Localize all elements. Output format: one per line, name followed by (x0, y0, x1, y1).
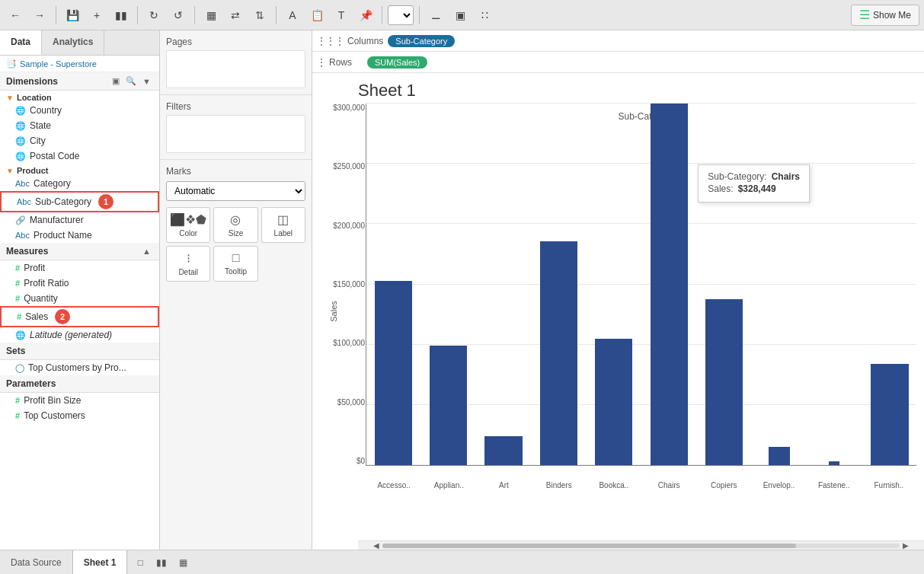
tab-data[interactable]: Data (0, 30, 42, 55)
x-label-appliances: Applian.. (421, 481, 476, 489)
grid-line-4 (366, 223, 916, 224)
columns-shelf-icon: ⋮⋮⋮ (317, 36, 344, 46)
bar-fasteners[interactable] (829, 461, 839, 465)
show-me-button[interactable]: ☰ Show Me (851, 5, 919, 26)
bar-bookcases[interactable] (595, 339, 632, 465)
scroll-right-arrow[interactable]: ▶ (903, 541, 909, 550)
x-label-fasteners: Fastene.. (807, 481, 862, 489)
save-button[interactable]: 💾 (62, 5, 83, 26)
marks-color-button[interactable]: ⬛❖⬟ Color (166, 207, 210, 243)
field-profit[interactable]: # Profit (0, 260, 159, 276)
view-dropdown[interactable]: Standard (388, 5, 414, 25)
measures-collapse-btn[interactable]: ▲ (140, 246, 153, 257)
columns-label: ⋮⋮⋮ Columns (317, 36, 383, 46)
x-label-bookcases: Bookcа.. (587, 481, 641, 489)
duplicate-sheet-btn[interactable]: ▮▮ (152, 554, 171, 571)
bar-group-envelopes (753, 104, 806, 465)
field-manufacturer[interactable]: 🔗 Manufacturer (0, 212, 159, 228)
measures-section-header: Measures ▲ (0, 243, 159, 260)
rows-pill[interactable]: SUM(Sales) (367, 56, 427, 69)
bar-furnishings[interactable] (871, 364, 908, 465)
dimensions-grid-btn[interactable]: ▣ (110, 75, 122, 87)
separator-4 (276, 6, 277, 24)
field-country[interactable]: 🌐 Country (0, 103, 159, 118)
label-button[interactable]: A (282, 5, 303, 26)
marks-tooltip-button[interactable]: □ Tooltip (213, 246, 257, 282)
bar-group-appliances (421, 104, 475, 465)
new-dashboard-btn[interactable]: ▦ (173, 554, 193, 571)
marks-label-button[interactable]: ◫ Label (261, 207, 305, 243)
label-mark-icon: ◫ (277, 212, 289, 227)
new-button[interactable]: + (86, 5, 107, 26)
field-top-customers-param[interactable]: # Top Customers (0, 408, 159, 423)
tooltip-mark-icon: □ (232, 251, 240, 265)
back-button[interactable]: ← (5, 5, 26, 26)
state-globe-icon: 🌐 (15, 121, 26, 131)
marks-detail-button[interactable]: ⁝ Detail (166, 246, 210, 282)
x-label-art: Art (476, 481, 531, 489)
bar-envelopes[interactable] (769, 447, 790, 465)
bar-art[interactable] (484, 436, 522, 465)
rows-shelf: ⋮ Rows SUM(Sales) (312, 52, 924, 73)
tab-data-source[interactable]: Data Source (0, 550, 73, 574)
field-latitude[interactable]: 🌐 Latitude (generated) (0, 327, 159, 343)
tab-sheet1[interactable]: Sheet 1 (73, 550, 128, 574)
bar-copiers[interactable] (705, 299, 743, 466)
columns-pill[interactable]: Sub-Category (388, 35, 455, 47)
highlight-button[interactable]: T (331, 5, 352, 26)
manufacturer-link-icon: 🔗 (15, 215, 26, 225)
dimensions-more-btn[interactable]: ▼ (140, 75, 153, 87)
x-axis-labels: Accesso.. Applian.. Art Binders Bookcа..… (366, 481, 916, 489)
field-quantity[interactable]: # Quantity (0, 291, 159, 306)
field-sales[interactable]: # Sales 2 (0, 306, 159, 327)
pin-button[interactable]: 📌 (355, 5, 376, 26)
scrollbar-track[interactable] (382, 544, 900, 548)
chart-area: ⋮⋮⋮ Columns Sub-Category ⋮ Rows SUM(Sale… (312, 30, 924, 550)
bar-chairs[interactable] (651, 104, 688, 465)
dimensions-search-btn[interactable]: 🔍 (123, 75, 139, 87)
sub-category-abc-icon: Abc (17, 197, 31, 206)
grid-button[interactable]: ⚊ (425, 5, 446, 26)
bar-appliances[interactable] (430, 346, 467, 465)
field-postal-code[interactable]: 🌐 Postal Code (0, 148, 159, 164)
tooltip-category-val: Chairs (772, 171, 800, 182)
field-top-customers[interactable]: ◯ Top Customers by Pro... (0, 360, 159, 375)
separator-5 (382, 6, 382, 24)
swap-button[interactable]: ⇄ (225, 5, 246, 26)
field-city[interactable]: 🌐 City (0, 133, 159, 148)
marks-size-button[interactable]: ◎ Size (213, 207, 257, 243)
toolbar: ← → 💾 + ▮▮ ↻ ↺ ▦ ⇄ ⇅ A 📋 T 📌 Standard ⚊ … (0, 0, 924, 30)
duplicate-button[interactable]: ▮▮ (110, 5, 132, 26)
country-label: Country (30, 105, 62, 116)
tab-analytics[interactable]: Analytics (42, 30, 104, 55)
chart-canvas: Sheet 1 Sales Sub-Category $0 $50,000 $1… (312, 73, 924, 550)
field-profit-ratio[interactable]: # Profit Ratio (0, 276, 159, 291)
new-sheet-btn[interactable]: □ (130, 554, 150, 571)
quantity-label: Quantity (24, 293, 58, 304)
field-sub-category[interactable]: Abc Sub-Category 1 (0, 191, 159, 212)
tooltip-button[interactable]: 📋 (306, 5, 328, 26)
field-state[interactable]: 🌐 State (0, 118, 159, 133)
marks-label: Marks (166, 166, 305, 177)
x-label-accessories: Accesso.. (366, 481, 421, 489)
field-category[interactable]: Abc Category (0, 176, 159, 191)
filters-section: Filters (160, 95, 312, 160)
sort-button[interactable]: ⇅ (249, 5, 270, 26)
product-group-label: Product (17, 166, 49, 175)
device-button[interactable]: ▣ (449, 5, 471, 26)
redo-button[interactable]: ↺ (168, 5, 189, 26)
share-button[interactable]: ∷ (474, 5, 495, 26)
sub-category-badge: 1 (98, 194, 114, 209)
field-profit-bin[interactable]: # Profit Bin Size (0, 393, 159, 408)
bar-binders[interactable] (540, 241, 577, 466)
forward-button[interactable]: → (29, 5, 50, 26)
chart-type-button[interactable]: ▦ (200, 5, 222, 26)
undo-button[interactable]: ↻ (143, 5, 165, 26)
grid-line-6 (366, 103, 916, 104)
bar-accessories[interactable] (375, 281, 412, 465)
top-customers-param-label: Top Customers (24, 410, 85, 421)
marks-type-dropdown[interactable]: Automatic (166, 181, 305, 201)
scroll-left-arrow[interactable]: ◀ (373, 541, 379, 550)
group-location: ▼ Location (0, 91, 159, 103)
field-product-name[interactable]: Abc Product Name (0, 228, 159, 243)
